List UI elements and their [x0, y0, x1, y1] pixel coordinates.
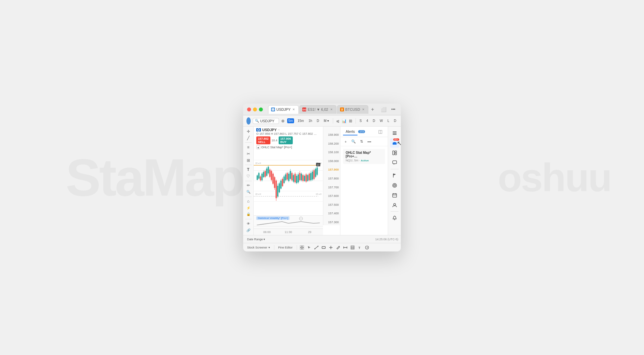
- timeframe-15m[interactable]: 15m: [296, 118, 305, 123]
- draw-line-tool[interactable]: ╱: [244, 135, 252, 141]
- link-tool[interactable]: 🔗: [244, 227, 252, 233]
- buy-button[interactable]: 157.906 BUY: [279, 136, 293, 144]
- d3-button[interactable]: D: [393, 118, 398, 123]
- chart-status: ~: [278, 128, 280, 131]
- search-bar[interactable]: 🔍 USDJPY: [253, 118, 279, 124]
- measure-icon-button[interactable]: [342, 245, 348, 250]
- cross-icon-button[interactable]: [328, 245, 334, 250]
- price-158200: 158.200: [325, 142, 339, 145]
- maximize-button[interactable]: [259, 107, 263, 111]
- price-scale: 158.900 158.200 158.100 158.000 157.900 …: [323, 127, 340, 225]
- chart-area[interactable]: USDJPY ~ O 157.856 H 157.863 L 157.757 C…: [254, 127, 340, 235]
- horizontal-line-tool[interactable]: ≡: [244, 144, 252, 150]
- help-icon-button[interactable]: ?: [364, 245, 370, 250]
- alerts-tab[interactable]: Alerts: [343, 128, 357, 135]
- flag-button[interactable]: [390, 171, 399, 180]
- minimize-button[interactable]: [253, 107, 257, 111]
- layers-tab[interactable]: ◫: [376, 128, 385, 136]
- chart-bar-icon[interactable]: ⩿: [335, 117, 340, 125]
- lock-tool[interactable]: 🔒: [244, 211, 252, 217]
- grid-icon-button[interactable]: [299, 245, 305, 250]
- tool-separator-1: [245, 142, 252, 143]
- price-157800: 157.800: [325, 177, 339, 180]
- rectangle-icon-button[interactable]: [321, 245, 327, 250]
- measure-tool[interactable]: ⌂: [244, 199, 252, 204]
- tabs-container: USDJPY ✕ GG ES1! ▼ 6,02 ✕ ₿ BTCUSD ✕ +: [268, 105, 377, 114]
- sidebar-sep-1: [391, 169, 399, 169]
- favorites-tool[interactable]: ♡: [244, 173, 252, 179]
- browser-window: USDJPY ✕ GG ES1! ▼ 6,02 ✕ ₿ BTCUSD ✕ + ⬜…: [243, 104, 401, 251]
- watermark-right: oshuu: [498, 155, 611, 200]
- stock-screener-button[interactable]: Stock Screener ▾: [245, 245, 272, 250]
- 4-button[interactable]: 4: [365, 118, 370, 123]
- user-avatar[interactable]: [246, 117, 251, 125]
- l-button[interactable]: L: [386, 118, 391, 123]
- tab-usdjpy-close[interactable]: ✕: [292, 107, 296, 111]
- trend-line-icon-button[interactable]: [313, 245, 319, 250]
- svg-point-116: [394, 203, 396, 205]
- filter-alert-button[interactable]: ⇅: [358, 138, 365, 145]
- layout-button[interactable]: [390, 148, 399, 157]
- pencil-tool[interactable]: ✏: [244, 182, 252, 188]
- tab-btcusd-close[interactable]: ✕: [361, 107, 365, 111]
- right-panel-toolbar: + 🔍 ⇅ •••: [340, 137, 388, 146]
- magnet-tool[interactable]: ⚡: [244, 205, 252, 211]
- gann-tool[interactable]: ⊞: [244, 157, 252, 163]
- date-range-button[interactable]: Date Range ▾: [246, 237, 266, 242]
- grid2-icon-button[interactable]: [350, 245, 356, 250]
- zoom-tool[interactable]: 🔍: [244, 189, 252, 195]
- search-alert-button[interactable]: 🔍: [350, 138, 357, 145]
- timeframe-1h[interactable]: 1h: [307, 118, 313, 123]
- text-tool[interactable]: T: [244, 167, 252, 173]
- more-options-button[interactable]: •••: [390, 106, 397, 113]
- pencil-icon-button[interactable]: [335, 245, 341, 250]
- watchlist-button[interactable]: [390, 129, 399, 138]
- timeframe-d[interactable]: D: [315, 118, 320, 123]
- tool-separator-5: [245, 219, 252, 219]
- tab-usdjpy[interactable]: USDJPY ✕: [268, 105, 299, 114]
- target-button[interactable]: [390, 181, 399, 190]
- crosshair-tool[interactable]: ✛: [244, 129, 252, 134]
- chart-type-button[interactable]: 📊: [342, 117, 347, 125]
- add-tab-button[interactable]: +: [369, 106, 376, 113]
- indicators-button[interactable]: ⊞: [349, 117, 353, 125]
- timeframe-5m[interactable]: 5m: [287, 118, 294, 123]
- svg-rect-103: [393, 143, 397, 145]
- calendar-button[interactable]: [390, 191, 399, 200]
- address-toolbar: 🔍 USDJPY ⊕ 5m 15m 1h D M ▾ ⩿ 📊 ⊞ S 4 D W…: [243, 115, 401, 127]
- indicator-toggle[interactable]: ▲: [256, 145, 260, 149]
- timeframe-month-dropdown[interactable]: M ▾: [322, 118, 330, 123]
- pine-editor-button[interactable]: Pine Editor: [276, 245, 295, 250]
- alert-symbol: NQ1!: [346, 159, 353, 162]
- alert-item-title: OHLC Stat Map* [Pro+…: [346, 151, 382, 158]
- tab-btcusd[interactable]: ₿ BTCUSD ✕: [337, 105, 368, 114]
- candlestick-chart: 1D ▾ H 1D ▾ H 1D ▾ H 1D ▾ H: [254, 146, 323, 215]
- more-alert-button[interactable]: •••: [366, 138, 373, 145]
- svg-rect-98: [393, 133, 397, 133]
- sell-button[interactable]: 157.802 SELL: [256, 136, 270, 144]
- eye-tool[interactable]: 👁: [244, 221, 252, 226]
- cursor-icon-button[interactable]: [306, 245, 312, 250]
- svg-rect-121: [302, 248, 304, 249]
- text-icon-button[interactable]: T: [357, 245, 363, 250]
- add-comparison-button[interactable]: ⊕: [281, 117, 285, 125]
- w-button[interactable]: W: [379, 118, 384, 123]
- s-button[interactable]: S: [358, 118, 363, 123]
- far-right-sidebar: 95+ ↖: [388, 127, 401, 235]
- close-button[interactable]: [247, 107, 251, 111]
- profile-button[interactable]: [390, 201, 399, 210]
- tab-es1-close[interactable]: ✕: [330, 107, 334, 111]
- fibonacci-tool[interactable]: ✂: [244, 151, 252, 157]
- price-158900: 158.900: [325, 133, 339, 136]
- btcusd-favicon: ₿: [340, 107, 344, 111]
- d2-button[interactable]: D: [372, 118, 377, 123]
- window-icon-button[interactable]: ⬜: [380, 106, 387, 113]
- svg-text:1D ▾ H: 1D ▾ H: [317, 164, 323, 166]
- add-alert-button[interactable]: +: [342, 138, 349, 145]
- tab-es1[interactable]: GG ES1! ▼ 6,02 ✕: [299, 105, 336, 114]
- cloud-button[interactable]: 95+ ↖: [390, 138, 399, 148]
- price-157500: 157.500: [325, 203, 339, 206]
- chat-button[interactable]: [390, 158, 399, 167]
- alerts-button[interactable]: [390, 213, 399, 223]
- alert-item[interactable]: OHLC Stat Map* [Pro+… NQ1!, 5m · Active: [343, 149, 385, 164]
